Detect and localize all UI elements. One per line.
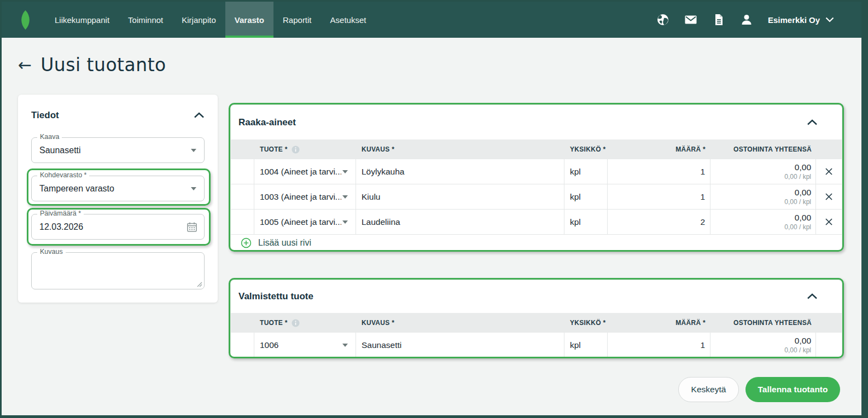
main-menu: Liikekumppanit Toiminnot Kirjanpito Vara… — [45, 2, 375, 38]
dropdown-caret-icon — [191, 187, 196, 190]
delete-row-button[interactable] — [825, 193, 833, 201]
kohdevarasto-value: Tampereen varasto — [39, 184, 114, 194]
col-maara: MÄÄRÄ * — [608, 140, 710, 159]
valmistettu-table-header: TUOTE * KUVAUS * YKSIKKÖ * MÄÄRÄ * OSTOH… — [231, 313, 842, 333]
kuvaus-label: Kuvaus — [37, 248, 66, 256]
dropdown-caret-icon — [342, 344, 348, 347]
ostohinta-cell: 0,00 0,00 / kpl — [710, 333, 816, 357]
dropdown-caret-icon — [191, 149, 196, 152]
tuote-select[interactable]: 1004 (Aineet ja tarvi... — [254, 159, 356, 184]
ostohinta-cell: 0,00 0,00 / kpl — [710, 159, 816, 184]
kohdevarasto-label: Kohdevarasto * — [37, 171, 89, 179]
kuvaus-cell[interactable]: Löylykauha — [356, 159, 564, 184]
tuote-select[interactable]: 1005 (Aineet ja tarvi... — [254, 210, 356, 234]
chevron-down-icon — [825, 17, 834, 22]
document-icon[interactable] — [712, 13, 725, 26]
unit-price: 0,00 / kpl — [784, 223, 811, 231]
dropdown-caret-icon — [342, 220, 348, 224]
col-kuvaus: KUVAUS * — [356, 140, 564, 159]
raaka-aineet-collapse-button[interactable] — [807, 119, 818, 126]
yksikko-cell[interactable]: kpl — [564, 184, 608, 209]
nav-item-raportit[interactable]: Raportit — [273, 2, 321, 38]
resize-handle-icon[interactable] — [197, 282, 202, 287]
ostohinta-cell: 0,00 0,00 / kpl — [710, 184, 816, 209]
col-yksikko: YKSIKKÖ * — [564, 313, 608, 333]
kuvaus-cell[interactable]: Kiulu — [356, 184, 564, 209]
nav-right: Esimerkki Oy — [656, 13, 834, 26]
nav-item-toiminnot[interactable]: Toiminnot — [119, 2, 172, 38]
paivamaara-input[interactable]: Päivämäärä * 12.03.2026 — [31, 214, 205, 240]
info-icon[interactable] — [292, 146, 300, 154]
tuote-select[interactable]: 1006 — [254, 333, 356, 357]
col-tuote: TUOTE * — [260, 146, 288, 153]
paivamaara-label: Päivämäärä * — [37, 210, 84, 217]
col-ostohinta: OSTOHINTA YHTEENSÄ — [710, 140, 816, 159]
top-nav: Liikekumppanit Toiminnot Kirjanpito Vara… — [2, 2, 861, 38]
table-row: 1004 (Aineet ja tarvi... Löylykauha kpl … — [231, 159, 842, 184]
add-row-button[interactable]: Lisää uusi rivi — [231, 235, 842, 250]
col-maara: MÄÄRÄ * — [608, 313, 710, 333]
kuvaus-cell[interactable]: Laudeliina — [356, 210, 564, 234]
nav-item-liikekumppanit[interactable]: Liikekumppanit — [45, 2, 119, 38]
kaava-label: Kaava — [37, 133, 62, 141]
maara-cell[interactable]: 1 — [608, 333, 710, 357]
save-button[interactable]: Tallenna tuotanto — [745, 377, 840, 402]
dropdown-caret-icon — [342, 170, 348, 173]
kaava-value: Saunasetti — [39, 146, 81, 155]
dropdown-caret-icon — [342, 195, 348, 199]
cancel-button[interactable]: Keskeytä — [678, 377, 739, 402]
back-button[interactable]: ← — [18, 57, 32, 73]
chevron-up-icon — [807, 119, 818, 126]
close-icon — [825, 167, 833, 176]
tuote-select[interactable]: 1003 (Aineet ja tarvi... — [254, 184, 356, 209]
calendar-icon[interactable] — [187, 222, 197, 233]
user-icon[interactable] — [740, 13, 753, 26]
info-icon[interactable] — [292, 319, 300, 327]
delete-row-button[interactable] — [825, 218, 833, 226]
titlebar: ← Uusi tuotanto — [18, 54, 166, 76]
unit-price: 0,00 / kpl — [784, 173, 811, 181]
globe-icon[interactable] — [656, 13, 669, 26]
plus-circle-icon — [241, 237, 252, 248]
leaf-icon — [15, 10, 34, 29]
table-row: 1003 (Aineet ja tarvi... Kiulu kpl 1 0,0… — [231, 184, 842, 210]
unit-price: 0,00 / kpl — [784, 198, 811, 206]
tiedot-collapse-button[interactable] — [194, 112, 205, 119]
chevron-up-icon — [807, 293, 818, 300]
page-title: Uusi tuotanto — [40, 54, 166, 76]
mail-icon[interactable] — [684, 13, 697, 26]
kuvaus-textarea[interactable]: Kuvaus — [31, 252, 205, 289]
nav-item-kirjanpito[interactable]: Kirjanpito — [172, 2, 225, 38]
kohdevarasto-select[interactable]: Kohdevarasto * Tampereen varasto — [31, 176, 205, 201]
close-icon — [825, 193, 833, 201]
maara-cell[interactable]: 2 — [608, 210, 710, 234]
col-tuote: TUOTE * — [260, 319, 288, 327]
col-ostohinta: OSTOHINTA YHTEENSÄ — [710, 313, 816, 333]
close-icon — [825, 218, 833, 226]
col-yksikko: YKSIKKÖ * — [564, 140, 608, 159]
raaka-aineet-title: Raaka-aineet — [238, 117, 296, 128]
app-logo[interactable] — [18, 9, 32, 31]
yksikko-cell[interactable]: kpl — [564, 333, 608, 357]
table-row: 1005 (Aineet ja tarvi... Laudeliina kpl … — [231, 210, 842, 235]
valmistettu-collapse-button[interactable] — [807, 293, 818, 300]
nav-item-asetukset[interactable]: Asetukset — [321, 2, 376, 38]
unit-price: 0,00 / kpl — [784, 346, 811, 355]
yksikko-cell[interactable]: kpl — [564, 210, 608, 234]
kaava-select[interactable]: Kaava Saunasetti — [31, 137, 205, 163]
valmistettu-tuote-section: Valmistettu tuote TUOTE * KUVAUS * YKSIK… — [231, 280, 842, 357]
table-row: 1006 Saunasetti kpl 1 0,00 0,00 / kpl — [231, 333, 842, 357]
kuvaus-cell[interactable]: Saunasetti — [356, 333, 564, 357]
delete-row-button[interactable] — [825, 167, 833, 176]
maara-cell[interactable]: 1 — [608, 184, 710, 209]
yksikko-cell[interactable]: kpl — [564, 159, 608, 184]
nav-item-varasto[interactable]: Varasto — [225, 2, 273, 38]
tiedot-title: Tiedot — [31, 110, 59, 121]
chevron-up-icon — [194, 112, 205, 119]
raaka-aineet-table-header: TUOTE * KUVAUS * YKSIKKÖ * MÄÄRÄ * OSTOH… — [231, 140, 842, 159]
valmistettu-tuote-title: Valmistettu tuote — [238, 291, 313, 302]
maara-cell[interactable]: 1 — [608, 159, 710, 184]
ostohinta-cell: 0,00 0,00 / kpl — [710, 210, 816, 234]
col-kuvaus: KUVAUS * — [356, 313, 564, 333]
company-menu[interactable]: Esimerkki Oy — [768, 15, 834, 25]
